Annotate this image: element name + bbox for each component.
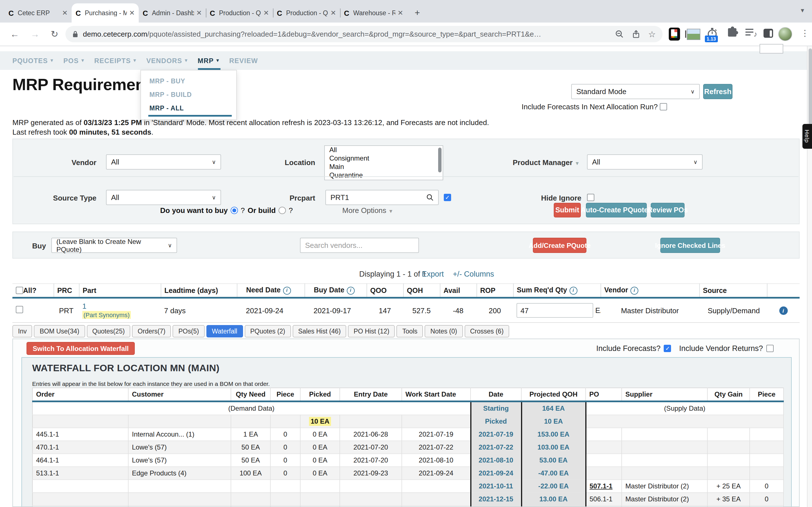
row-checkbox[interactable]: [16, 306, 23, 313]
forward-icon[interactable]: →: [31, 29, 40, 40]
info-icon[interactable]: i: [630, 287, 638, 295]
mode-select[interactable]: Standard Mode ∨: [571, 84, 700, 99]
vendor-select[interactable]: All ∨: [106, 154, 221, 170]
prcpart-exact-checkbox[interactable]: ✓: [444, 194, 451, 201]
part-synonyms-link[interactable]: (Part Synonyms): [82, 311, 131, 319]
tab-pquotes[interactable]: PQuotes (2): [245, 325, 291, 337]
tab-close-icon[interactable]: ✕: [196, 9, 202, 17]
col-prc[interactable]: PRC: [54, 284, 79, 298]
menu-mrp[interactable]: MRP▼: [198, 51, 220, 70]
browser-tab-production-quality-2[interactable]: C Production - Quality ✕: [273, 3, 340, 22]
date-link[interactable]: 2021-08-10: [470, 454, 521, 467]
menu-item-mrp-all[interactable]: MRP - ALL: [141, 101, 236, 115]
tab-crosses[interactable]: Crosses (6): [464, 325, 509, 337]
browser-menu-icon[interactable]: ⋮: [801, 28, 809, 38]
scrollbar-thumb[interactable]: [808, 48, 812, 133]
po-link[interactable]: 511.1-1: [586, 506, 622, 507]
menu-item-mrp-buy[interactable]: MRP - BUY: [141, 74, 236, 88]
tab-bom-use[interactable]: BOM Use(34): [34, 325, 85, 337]
select-all-checkbox[interactable]: [16, 286, 23, 294]
source-type-select[interactable]: All ∨: [106, 190, 221, 205]
columns-toggle-link[interactable]: +/- Columns: [453, 270, 494, 278]
col-sum-reqd-qty[interactable]: Sum Req'd Qtyi: [513, 284, 601, 298]
tab-quotes[interactable]: Quotes(25): [87, 325, 130, 337]
date-link[interactable]: 2021-07-22: [470, 441, 521, 454]
page-scrollbar[interactable]: [807, 46, 812, 507]
location-option-quarantine[interactable]: Quarantine: [325, 171, 443, 180]
back-icon[interactable]: ←: [10, 29, 19, 40]
switch-to-allocation-waterfall-button[interactable]: Switch To Allocation Waterfall: [27, 342, 135, 355]
browser-tab-production-quality-1[interactable]: C Production - Quality ✕: [206, 3, 273, 22]
review-pos-button[interactable]: Review POs: [651, 203, 684, 217]
prc-link[interactable]: PRT: [54, 298, 79, 323]
more-options-toggle[interactable]: More Options ▼: [342, 206, 393, 215]
extension-screenshot-icon[interactable]: [687, 29, 700, 40]
vendor-search-input[interactable]: [300, 238, 419, 253]
menu-receipts[interactable]: RECEIPTS▼: [94, 51, 137, 70]
avail-link[interactable]: -48: [440, 298, 476, 323]
po-link[interactable]: 506.1-1: [586, 493, 622, 506]
location-option-main[interactable]: Main: [325, 163, 443, 171]
tab-close-icon[interactable]: ✕: [129, 9, 135, 17]
tab-tools[interactable]: Tools: [397, 325, 423, 337]
tab-orders[interactable]: Orders(7): [132, 325, 171, 337]
col-need-date[interactable]: Need Datei: [237, 284, 305, 298]
date-link[interactable]: 2021-12-20: [470, 506, 521, 507]
order-link[interactable]: 464.1-1: [33, 454, 128, 467]
sum-reqd-qty-input[interactable]: [516, 303, 593, 318]
row-info-icon[interactable]: i: [779, 306, 788, 315]
reload-icon[interactable]: ↻: [51, 29, 58, 40]
menu-pos[interactable]: POS▼: [63, 51, 85, 70]
tab-close-icon[interactable]: ✕: [398, 9, 403, 17]
zoom-out-icon[interactable]: [615, 30, 623, 38]
product-manager-select[interactable]: All ∨: [587, 154, 703, 170]
share-icon[interactable]: [632, 30, 640, 38]
menu-pquotes[interactable]: PQUOTES▼: [12, 51, 54, 70]
bookmark-star-icon[interactable]: ☆: [648, 30, 656, 38]
location-option-all[interactable]: All: [325, 146, 443, 154]
location-listbox[interactable]: All Consignment Main Quarantine: [324, 145, 443, 180]
tab-pos[interactable]: POs(5): [173, 325, 205, 337]
tab-close-icon[interactable]: ✕: [62, 9, 68, 17]
pquote-select[interactable]: (Leave Blank to Create New PQuote) ∨: [51, 238, 177, 253]
include-vendor-returns-checkbox[interactable]: [766, 345, 774, 352]
col-buy-date[interactable]: Buy Datei: [305, 284, 366, 298]
tab-po-hist[interactable]: PO Hist (12): [348, 325, 395, 337]
location-option-consignment[interactable]: Consignment: [325, 154, 443, 163]
help-tab[interactable]: Help: [802, 124, 812, 149]
address-bar[interactable]: demo.cetecerp.com/pquote/assisted_purcha…: [65, 26, 663, 42]
col-part[interactable]: Part: [79, 284, 161, 298]
prcpart-input[interactable]: PRT1: [325, 190, 439, 205]
order-link[interactable]: 513.1-1: [33, 467, 128, 480]
tab-inv[interactable]: Inv: [12, 325, 33, 337]
menu-vendors[interactable]: VENDORS▼: [146, 51, 189, 70]
new-tab-button[interactable]: +: [410, 6, 424, 20]
export-link[interactable]: Export: [422, 270, 444, 278]
build-radio[interactable]: [278, 207, 286, 214]
include-forecasts-next-checkbox[interactable]: [660, 103, 667, 110]
col-vendor[interactable]: Vendori: [601, 284, 699, 298]
vendor-link[interactable]: Master Distributor: [601, 298, 699, 323]
date-link[interactable]: 2021-07-19: [470, 428, 521, 441]
po-link[interactable]: 507.1-1: [586, 480, 622, 493]
info-icon[interactable]: i: [569, 287, 577, 295]
extension-sidepanel-icon[interactable]: [763, 29, 773, 38]
date-link[interactable]: 2021-10-11: [470, 480, 521, 493]
tab-close-icon[interactable]: ✕: [331, 9, 336, 17]
extensions-puzzle-icon[interactable]: [728, 28, 737, 37]
browser-tab-admin-dashboards[interactable]: C Admin - Dashboards ✕: [139, 3, 206, 22]
tab-waterfall[interactable]: Waterfall: [206, 325, 243, 337]
browser-tab-cetec-erp[interactable]: C Cetec ERP ✕: [4, 3, 71, 22]
info-icon[interactable]: i: [347, 287, 354, 295]
profile-avatar[interactable]: [778, 27, 792, 41]
part-link[interactable]: 1: [82, 302, 157, 311]
extension-timer-icon[interactable]: 1.13: [707, 27, 718, 39]
browser-tab-purchasing-mrp[interactable]: C Purchasing - MRP ✕: [71, 3, 139, 22]
include-forecasts-checkbox[interactable]: ✓: [664, 345, 671, 352]
tab-search-chevron-icon[interactable]: ▼: [800, 7, 805, 13]
listbox-scrollbar[interactable]: [438, 148, 442, 172]
tab-sales-hist[interactable]: Sales Hist (46): [293, 325, 347, 337]
order-link[interactable]: 470.1-1: [33, 441, 128, 454]
tab-notes[interactable]: Notes (0): [425, 325, 463, 337]
submit-button[interactable]: Submit: [554, 203, 581, 217]
